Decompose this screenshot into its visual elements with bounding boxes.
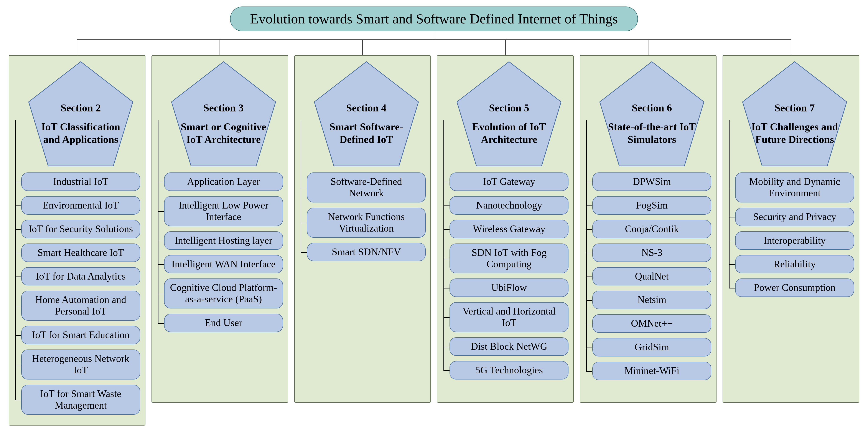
section-item: IoT for Data Analytics xyxy=(21,267,140,286)
section-item: Interoperability xyxy=(735,231,854,250)
section-heading: Smart Software-Defined IoT xyxy=(318,121,414,146)
columns: Section 2IoT Classification and Applicat… xyxy=(9,55,859,426)
section-item: Software-Defined Network xyxy=(307,172,426,202)
section-column: Section 3Smart or Cognitive IoT Architec… xyxy=(152,55,288,403)
section-item: OMNet++ xyxy=(592,314,711,333)
section-item: Smart Healthcare IoT xyxy=(21,243,140,262)
section-header: Section 2IoT Classification and Applicat… xyxy=(21,59,141,168)
section-item: Intelligent Low Power Interface xyxy=(164,196,283,226)
section-label: Section 6 xyxy=(632,102,672,114)
section-item: Cognitive Cloud Platform-as-a-service (P… xyxy=(164,279,283,309)
section-item: SDN IoT with Fog Computing xyxy=(450,243,568,273)
section-column: Section 7IoT Challenges and Future Direc… xyxy=(722,55,859,403)
section-item: Nanotechnology xyxy=(450,196,568,214)
section-item: Heterogeneous Network IoT xyxy=(21,349,140,379)
section-item: QualNet xyxy=(592,267,711,286)
section-item: Smart SDN/NFV xyxy=(307,243,426,261)
section-item: IoT for Smart Education xyxy=(21,326,140,344)
section-item: Netsim xyxy=(592,291,711,309)
diagram-root: Evolution towards Smart and Software Def… xyxy=(9,6,859,426)
section-item: Mobility and Dynamic Environment xyxy=(735,172,854,202)
section-item: DPWSim xyxy=(592,172,711,191)
section-items: Application LayerIntelligent Low Power I… xyxy=(163,172,284,332)
section-item: Wireless Gateway xyxy=(450,220,568,238)
section-item: NS-3 xyxy=(592,243,711,262)
section-item: Vertical and Horizontal IoT xyxy=(450,302,568,332)
section-heading: State-of-the-art IoT Simulators xyxy=(603,121,700,146)
section-header: Section 3Smart or Cognitive IoT Architec… xyxy=(163,59,284,168)
section-item: IoT for Security Solutions xyxy=(21,220,140,238)
section-column: Section 2IoT Classification and Applicat… xyxy=(9,55,146,426)
section-heading: IoT Challenges and Future Directions xyxy=(746,121,843,146)
connector-row xyxy=(9,31,859,55)
section-item: UbiFlow xyxy=(450,279,568,297)
section-item: Dist Block NetWG xyxy=(450,337,568,356)
section-column: Section 5Evolution of IoT ArchitectureIo… xyxy=(437,55,574,403)
section-heading: Smart or Cognitive IoT Architecture xyxy=(175,121,272,146)
section-items: Mobility and Dynamic EnvironmentSecurity… xyxy=(734,172,855,297)
section-header: Section 7IoT Challenges and Future Direc… xyxy=(734,59,855,168)
section-label: Section 2 xyxy=(61,102,101,114)
section-label: Section 7 xyxy=(774,102,815,114)
section-item: Mininet-WiFi xyxy=(592,361,711,380)
section-item: Home Automation and Personal IoT xyxy=(21,291,140,321)
section-item: Intelligent WAN Interface xyxy=(164,255,283,273)
section-item: Environmental IoT xyxy=(21,196,140,214)
section-header: Section 4Smart Software-Defined IoT xyxy=(306,59,427,168)
section-item: GridSim xyxy=(592,338,711,356)
section-label: Section 3 xyxy=(204,102,244,114)
section-items: Software-Defined NetworkNetwork Function… xyxy=(306,172,427,261)
section-label: Section 5 xyxy=(489,102,529,114)
section-item: IoT for Smart Waste Management xyxy=(21,385,140,415)
section-item: IoT Gateway xyxy=(450,172,568,191)
section-heading: IoT Classification and Applications xyxy=(33,121,129,146)
section-column: Section 4Smart Software-Defined IoTSoftw… xyxy=(294,55,431,403)
section-item: Application Layer xyxy=(164,172,283,191)
connector-svg xyxy=(9,31,859,55)
section-label: Section 4 xyxy=(346,102,386,114)
section-item: Industrial IoT xyxy=(21,172,140,191)
section-items: IoT GatewayNanotechnologyWireless Gatewa… xyxy=(448,172,569,379)
section-items: DPWSimFogSimCooja/ContikNS-3QualNetNetsi… xyxy=(591,172,712,380)
section-items: Industrial IoTEnvironmental IoTIoT for S… xyxy=(21,172,141,415)
section-header: Section 5Evolution of IoT Architecture xyxy=(448,59,569,168)
section-item: Power Consumption xyxy=(735,279,854,297)
section-item: End User xyxy=(164,314,283,332)
section-item: 5G Technologies xyxy=(450,361,568,379)
section-column: Section 6State-of-the-art IoT Simulators… xyxy=(580,55,716,403)
section-item: Security and Privacy xyxy=(735,208,854,226)
section-item: Cooja/Contik xyxy=(592,220,711,238)
section-item: Reliability xyxy=(735,255,854,273)
section-item: FogSim xyxy=(592,196,711,214)
section-header: Section 6State-of-the-art IoT Simulators xyxy=(591,59,712,168)
diagram-title: Evolution towards Smart and Software Def… xyxy=(230,6,638,31)
section-item: Network Functions Virtualization xyxy=(307,208,426,238)
section-heading: Evolution of IoT Architecture xyxy=(461,121,557,146)
section-item: Intelligent Hosting layer xyxy=(164,231,283,250)
